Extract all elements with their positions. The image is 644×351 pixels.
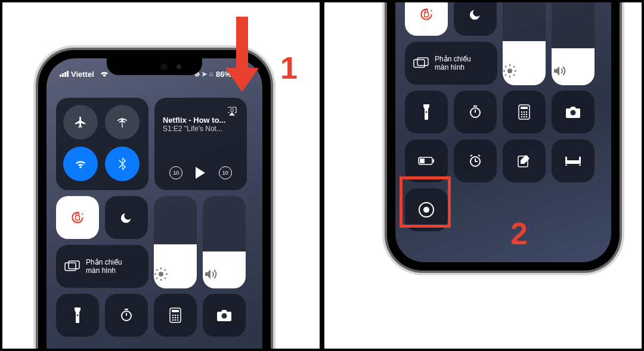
iphone-frame-2: Phản chiếu màn hình [387, 0, 620, 271]
svg-point-59 [524, 116, 525, 118]
screen-mirror-label: Phản chiếu màn hình [86, 258, 122, 275]
timer-button[interactable] [454, 91, 497, 133]
svg-point-56 [524, 114, 525, 116]
screen-mirror-icon [64, 259, 80, 274]
forward-10-button[interactable]: 10 [219, 166, 232, 179]
svg-point-58 [521, 116, 523, 118]
svg-point-4 [72, 212, 82, 222]
speaker-icon [203, 267, 246, 281]
svg-rect-74 [565, 163, 581, 164]
svg-line-43 [513, 66, 515, 67]
svg-point-46 [426, 111, 428, 113]
screen-mirroring-button[interactable]: Phản chiếu màn hình [56, 245, 148, 288]
highlight-box-record [400, 176, 451, 228]
bluetooth-toggle[interactable] [105, 147, 140, 181]
volume-slider[interactable] [552, 0, 595, 85]
svg-rect-64 [420, 159, 425, 163]
svg-line-68 [470, 155, 472, 156]
screen-mirror-label: Phản chiếu màn hình [435, 55, 471, 72]
svg-point-28 [177, 317, 179, 319]
camera-button[interactable] [203, 294, 246, 337]
notch [107, 58, 202, 75]
svg-rect-5 [76, 216, 80, 220]
svg-point-54 [526, 111, 528, 113]
screen-mirroring-button[interactable]: Phản chiếu màn hình [405, 42, 497, 85]
tutorial-panel-2: Phản chiếu màn hình [322, 0, 644, 351]
now-playing-tile[interactable]: Netflix - How to... S1:E2 "Life's Not...… [154, 98, 247, 190]
calculator-button[interactable] [503, 91, 546, 133]
svg-rect-51 [521, 107, 528, 109]
sun-icon [154, 267, 197, 281]
svg-point-35 [507, 69, 512, 73]
tutorial-panel-1: Viettel ⊕ ➤ ♫ 86% [0, 0, 322, 351]
svg-line-11 [156, 269, 157, 271]
svg-point-55 [521, 114, 523, 116]
rotation-lock-toggle[interactable] [56, 196, 99, 239]
svg-point-25 [177, 315, 179, 316]
svg-rect-71 [565, 160, 581, 163]
svg-point-60 [526, 116, 528, 118]
svg-point-26 [172, 317, 174, 319]
cell-signal-icon [60, 71, 69, 77]
svg-line-41 [513, 74, 515, 76]
svg-point-31 [177, 319, 179, 321]
svg-rect-44 [414, 60, 425, 67]
step-number-1: 1 [280, 50, 298, 86]
svg-rect-73 [579, 157, 581, 163]
alarm-button[interactable] [454, 139, 497, 182]
svg-line-40 [505, 66, 506, 67]
airplane-mode-toggle[interactable] [63, 105, 98, 139]
svg-rect-72 [565, 157, 567, 163]
svg-point-23 [172, 315, 174, 316]
brightness-slider[interactable] [154, 196, 197, 288]
media-subtitle: S1:E2 "Life's Not... [163, 125, 239, 133]
svg-rect-45 [417, 58, 428, 66]
speaker-icon [552, 64, 595, 78]
svg-point-27 [175, 317, 177, 319]
timer-button[interactable] [105, 294, 148, 337]
connectivity-group[interactable] [56, 98, 148, 190]
svg-point-6 [159, 272, 163, 277]
camera-button[interactable] [552, 91, 595, 133]
svg-point-53 [524, 111, 525, 113]
step-number-2: 2 [510, 216, 528, 251]
swipe-down-arrow [228, 17, 256, 100]
do-not-disturb-toggle[interactable] [454, 0, 497, 36]
svg-point-33 [421, 9, 431, 19]
rotation-lock-toggle[interactable] [405, 0, 448, 36]
svg-point-32 [222, 313, 227, 319]
svg-rect-16 [69, 261, 79, 269]
quick-note-button[interactable] [503, 139, 546, 182]
svg-line-13 [156, 278, 157, 279]
sleep-button[interactable] [552, 139, 595, 182]
calculator-button[interactable] [154, 294, 197, 337]
wifi-toggle[interactable] [63, 147, 98, 181]
flashlight-button[interactable] [405, 91, 448, 133]
svg-point-17 [77, 315, 79, 316]
svg-line-12 [165, 278, 166, 279]
svg-rect-22 [172, 310, 179, 312]
sun-icon [503, 64, 546, 78]
airplay-icon[interactable] [224, 104, 240, 119]
svg-point-29 [172, 319, 174, 321]
rewind-10-button[interactable]: 10 [169, 166, 182, 179]
svg-point-30 [175, 319, 177, 321]
svg-rect-34 [425, 13, 429, 17]
cellular-data-toggle[interactable] [105, 105, 140, 139]
svg-rect-15 [65, 263, 76, 271]
svg-line-42 [505, 74, 506, 76]
svg-point-3 [231, 109, 234, 112]
do-not-disturb-toggle[interactable] [105, 196, 148, 239]
flashlight-button[interactable] [56, 294, 99, 337]
brightness-slider[interactable] [503, 0, 546, 85]
svg-point-24 [175, 315, 177, 316]
volume-slider[interactable] [203, 196, 246, 288]
svg-line-14 [165, 269, 166, 271]
iphone-screen: Viettel ⊕ ➤ ♫ 86% [47, 58, 262, 351]
svg-point-52 [521, 111, 523, 113]
carrier-label: Viettel [71, 70, 94, 79]
svg-point-57 [526, 114, 528, 116]
screen-mirror-icon [413, 55, 429, 71]
svg-rect-63 [433, 159, 434, 163]
play-button[interactable] [196, 167, 205, 179]
